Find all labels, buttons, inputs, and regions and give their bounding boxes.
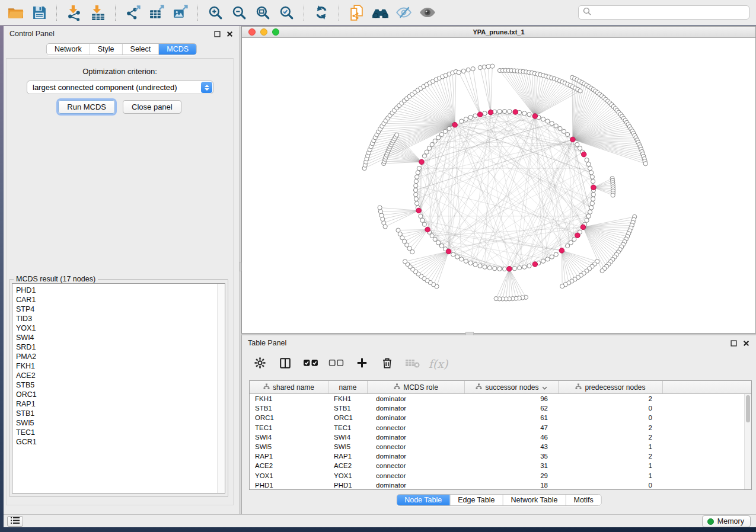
table-settings-button[interactable] xyxy=(251,355,268,373)
tab-style[interactable]: Style xyxy=(90,44,122,55)
float-panel-icon[interactable] xyxy=(213,30,221,38)
column-header-name[interactable]: name xyxy=(328,381,368,393)
table-cell: 2 xyxy=(559,424,663,431)
import-table-icon xyxy=(90,5,106,21)
table-cell: 0 xyxy=(559,405,663,412)
mcds-result-list: PHD1CAR1STP4TID3YOX1SWI4SRD1PMA2FKH1ACE2… xyxy=(12,283,225,493)
mcds-result-item[interactable]: SWI4 xyxy=(16,333,225,342)
search-icon xyxy=(583,7,591,18)
export-network-button[interactable] xyxy=(122,2,143,23)
table-cell: PHD1 xyxy=(250,482,328,489)
tab-network-table[interactable]: Network Table xyxy=(503,495,566,505)
column-header-successor-nodes[interactable]: successor nodes xyxy=(465,381,559,393)
table-cell: YOX1 xyxy=(250,472,328,479)
control-panel-titlebar: Control Panel xyxy=(4,26,240,41)
table-scrollbar[interactable] xyxy=(744,394,751,489)
close-panel-icon[interactable] xyxy=(225,30,234,38)
table-row[interactable]: ACE2ACE2connector311 xyxy=(250,461,751,470)
plus-icon xyxy=(356,357,368,371)
mcds-result-item[interactable]: CAR1 xyxy=(16,295,225,305)
zoom-in-button[interactable] xyxy=(205,2,226,23)
panel-menu-button[interactable] xyxy=(7,516,23,527)
table-row[interactable]: STB1STB1dominator620 xyxy=(250,403,751,413)
first-neighbors-button[interactable] xyxy=(369,2,391,23)
add-column-button[interactable] xyxy=(353,355,370,373)
mcds-list-scrollbar[interactable] xyxy=(217,284,225,493)
save-session-button[interactable] xyxy=(28,2,50,23)
table-panel-tabs: Node TableEdge TableNetwork TableMotifs xyxy=(396,494,602,506)
import-network-button[interactable] xyxy=(63,2,85,23)
hide-details-button[interactable] xyxy=(393,2,414,23)
tab-mcds[interactable]: MCDS xyxy=(158,44,196,55)
select-all-columns-button[interactable] xyxy=(302,355,319,373)
delete-column-button[interactable] xyxy=(379,355,395,373)
zoom-out-button[interactable] xyxy=(228,2,250,23)
mcds-result-item[interactable]: STB5 xyxy=(16,380,225,390)
mcds-result-item[interactable]: RAP1 xyxy=(16,399,225,409)
table-row[interactable]: PHD1PHD1dominator180 xyxy=(250,480,751,490)
table-cell: STB1 xyxy=(328,405,368,412)
tab-edge-table[interactable]: Edge Table xyxy=(449,495,502,505)
table-row[interactable]: ORC1ORC1dominator610 xyxy=(250,413,751,422)
mcds-result-item[interactable]: SWI5 xyxy=(16,418,225,428)
network-canvas[interactable] xyxy=(242,38,755,333)
search-box[interactable] xyxy=(578,5,749,20)
refresh-view-button[interactable] xyxy=(311,2,332,23)
table-row[interactable]: YOX1YOX1connector291 xyxy=(250,471,751,480)
delete-table-button[interactable] xyxy=(404,355,421,373)
import-table-button[interactable] xyxy=(87,2,109,23)
table-cell: dominator xyxy=(368,405,465,412)
mcds-result-item[interactable]: STP4 xyxy=(16,305,225,314)
optimization-criterion-select[interactable]: largest connected component (undirected) xyxy=(27,81,213,94)
table-row[interactable]: TEC1TEC1connector472 xyxy=(250,423,751,432)
zoom-fit-button[interactable] xyxy=(252,2,273,23)
export-table-button[interactable] xyxy=(146,2,167,23)
open-file-button[interactable] xyxy=(5,2,26,23)
tab-node-table[interactable]: Node Table xyxy=(397,495,449,505)
function-builder-button[interactable]: f(x) xyxy=(430,355,446,373)
column-label: successor nodes xyxy=(485,383,538,392)
table-row[interactable]: SWI5SWI5connector431 xyxy=(250,442,751,451)
tree-icon xyxy=(263,383,270,392)
table-row[interactable]: FKH1FKH1dominator962 xyxy=(250,394,751,403)
mcds-result-item[interactable]: STB1 xyxy=(16,409,225,418)
export-image-button[interactable] xyxy=(170,2,191,23)
mcds-result-item[interactable]: TID3 xyxy=(16,314,225,323)
mcds-result-item[interactable]: FKH1 xyxy=(16,361,225,371)
memory-status-dot xyxy=(707,518,714,525)
float-panel-icon[interactable] xyxy=(729,339,738,347)
toolbar-separator xyxy=(304,5,304,21)
network-graph[interactable] xyxy=(242,38,755,333)
mcds-result-item[interactable]: YOX1 xyxy=(16,323,225,333)
network-from-selection-button[interactable] xyxy=(346,2,367,23)
mcds-result-item[interactable]: PMA2 xyxy=(16,352,225,361)
memory-button[interactable]: Memory xyxy=(702,515,751,527)
column-header-predecessor-nodes[interactable]: predecessor nodes xyxy=(559,381,663,393)
unselect-all-columns-button[interactable] xyxy=(328,355,344,373)
table-row[interactable]: SWI4SWI4dominator462 xyxy=(250,432,751,442)
mcds-result-item[interactable]: GCR1 xyxy=(16,437,225,447)
mcds-result-item[interactable]: SRD1 xyxy=(16,342,225,352)
show-columns-button[interactable] xyxy=(277,355,294,373)
show-details-button[interactable] xyxy=(417,2,438,23)
mcds-result-item[interactable]: PHD1 xyxy=(16,286,225,295)
graph-nodes[interactable] xyxy=(362,64,647,301)
mcds-result-item[interactable]: ACE2 xyxy=(16,371,225,380)
table-row[interactable]: RAP1RAP1dominator352 xyxy=(250,451,751,461)
column-header-MCDS-role[interactable]: MCDS role xyxy=(368,381,465,393)
zoom-selected-button[interactable] xyxy=(276,2,297,23)
close-panel-button[interactable]: Close panel xyxy=(123,100,181,114)
network-window-titlebar[interactable]: YPA_prune.txt_1 xyxy=(242,27,755,38)
table-scrollbar-thumb[interactable] xyxy=(746,395,750,422)
tab-select[interactable]: Select xyxy=(122,44,159,55)
tab-motifs[interactable]: Motifs xyxy=(565,495,601,505)
toolbar-separator xyxy=(339,5,339,21)
run-mcds-button[interactable]: Run MCDS xyxy=(58,100,115,114)
column-header-shared-name[interactable]: shared name xyxy=(250,381,328,393)
mcds-result-item[interactable]: ORC1 xyxy=(16,390,225,399)
mcds-result-item[interactable]: TEC1 xyxy=(16,428,225,437)
tab-network[interactable]: Network xyxy=(47,44,90,55)
search-input[interactable] xyxy=(595,8,745,17)
table-cell: TEC1 xyxy=(328,424,368,431)
close-panel-icon[interactable] xyxy=(742,339,750,347)
